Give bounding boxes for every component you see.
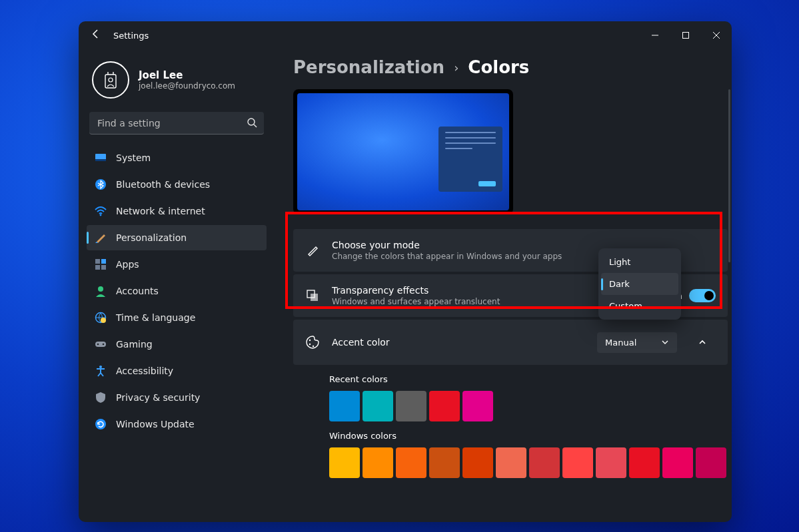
sidebar-item-label: Accessibility — [116, 366, 173, 376]
accent-color-title: Accent color — [332, 337, 390, 348]
person-icon — [95, 285, 107, 297]
windows-colors-swatches — [329, 447, 728, 478]
page-title: Colors — [468, 57, 529, 77]
color-swatch[interactable] — [596, 447, 626, 478]
color-swatch[interactable] — [429, 391, 460, 421]
sidebar-item-time[interactable]: Time & language — [87, 305, 267, 330]
gamepad-icon — [95, 338, 107, 350]
color-swatch[interactable] — [329, 447, 360, 478]
color-swatch[interactable] — [329, 391, 360, 421]
maximize-icon — [682, 31, 690, 39]
maximize-button[interactable] — [670, 21, 701, 49]
svg-rect-12 — [95, 259, 100, 264]
svg-point-5 — [109, 78, 113, 82]
sidebar-item-accessibility[interactable]: Accessibility — [87, 358, 267, 384]
color-swatch[interactable] — [562, 447, 593, 478]
titlebar: Settings — [79, 21, 732, 49]
globe-clock-icon — [95, 312, 107, 324]
color-swatch[interactable] — [496, 447, 526, 478]
color-swatch[interactable] — [396, 447, 426, 478]
theme-preview-wallpaper — [297, 93, 509, 210]
chevron-down-icon — [661, 338, 669, 346]
breadcrumb-parent[interactable]: Personalization — [293, 57, 444, 77]
sidebar-item-apps[interactable]: Apps — [87, 252, 267, 277]
minimize-button[interactable] — [640, 21, 670, 49]
profile-block[interactable]: Joel Lee joel.lee@foundryco.com — [87, 55, 267, 111]
sidebar-item-gaming[interactable]: Gaming — [87, 332, 267, 357]
sidebar-item-label: Bluetooth & devices — [116, 179, 210, 190]
svg-line-7 — [254, 125, 257, 127]
sidebar-item-bluetooth[interactable]: Bluetooth & devices — [87, 172, 267, 197]
svg-rect-19 — [95, 342, 106, 347]
svg-point-18 — [101, 318, 106, 323]
sidebar-item-label: Windows Update — [116, 419, 195, 429]
svg-point-20 — [97, 344, 99, 346]
window-controls — [640, 21, 732, 49]
mode-option-custom[interactable]: Custom — [601, 295, 678, 317]
svg-rect-25 — [311, 294, 318, 301]
chevron-up-icon — [698, 338, 707, 347]
color-swatch[interactable] — [363, 391, 393, 421]
sidebar-item-privacy[interactable]: Privacy & security — [87, 385, 267, 410]
sidebar-item-personalization[interactable]: Personalization — [87, 225, 267, 250]
sidebar-item-update[interactable]: Windows Update — [87, 411, 267, 437]
scrollbar[interactable] — [728, 89, 730, 262]
app-title: Settings — [113, 31, 149, 41]
color-swatch[interactable] — [629, 447, 660, 478]
sidebar-item-accounts[interactable]: Accounts — [87, 278, 267, 304]
windows-colors-label: Windows colors — [329, 431, 728, 441]
update-icon — [95, 418, 107, 430]
accent-color-dropdown[interactable]: Manual — [597, 332, 677, 353]
shield-icon — [95, 392, 107, 403]
sidebar: Joel Lee joel.lee@foundryco.com System B… — [79, 49, 275, 522]
chevron-right-icon: › — [454, 61, 458, 75]
paintbrush-icon — [95, 232, 107, 244]
recent-colors-label: Recent colors — [329, 374, 728, 384]
sidebar-item-label: Privacy & security — [116, 392, 200, 403]
color-swatch[interactable] — [696, 447, 726, 478]
color-swatch[interactable] — [529, 447, 560, 478]
theme-preview — [293, 89, 513, 214]
svg-point-21 — [103, 344, 105, 346]
apps-icon — [95, 258, 107, 270]
sidebar-item-network[interactable]: Network & internet — [87, 198, 267, 224]
color-swatch[interactable] — [363, 447, 393, 478]
search-input[interactable] — [89, 112, 264, 134]
svg-rect-14 — [95, 265, 100, 270]
arrow-left-icon — [91, 29, 101, 39]
sidebar-item-label: Personalization — [116, 232, 187, 243]
choose-mode-subtitle: Change the colors that appear in Windows… — [332, 252, 562, 261]
sidebar-item-label: Time & language — [116, 312, 195, 323]
svg-point-23 — [95, 419, 106, 429]
color-swatch[interactable] — [396, 391, 426, 421]
color-swatch[interactable] — [462, 391, 493, 421]
transparency-title: Transparency effects — [332, 285, 500, 296]
paintbrush-outline-icon — [305, 244, 320, 257]
sidebar-item-label: Network & internet — [116, 206, 205, 216]
display-icon — [95, 152, 107, 164]
svg-rect-9 — [95, 159, 106, 161]
sidebar-item-label: Gaming — [116, 339, 153, 350]
accent-color-expand[interactable] — [689, 329, 716, 356]
color-swatch[interactable] — [662, 447, 693, 478]
mode-option-light[interactable]: Light — [601, 251, 678, 273]
mode-dropdown-menu: Light Dark Custom — [598, 248, 681, 320]
profile-email: joel.lee@foundryco.com — [139, 81, 235, 91]
sidebar-item-label: System — [116, 152, 151, 163]
palette-icon — [305, 335, 320, 350]
back-button[interactable] — [84, 29, 108, 42]
svg-point-22 — [99, 366, 102, 368]
choose-mode-title: Choose your mode — [332, 240, 562, 250]
close-icon — [712, 31, 720, 39]
accent-color-row[interactable]: Accent color Manual — [293, 320, 728, 365]
profile-name: Joel Lee — [139, 69, 235, 81]
svg-rect-4 — [105, 75, 116, 88]
transparency-toggle[interactable] — [689, 289, 716, 302]
recent-colors-swatches — [329, 391, 728, 421]
avatar-icon — [103, 71, 119, 89]
sidebar-item-system[interactable]: System — [87, 145, 267, 170]
mode-option-dark[interactable]: Dark — [601, 273, 678, 295]
color-swatch[interactable] — [429, 447, 460, 478]
close-button[interactable] — [701, 21, 732, 49]
color-swatch[interactable] — [462, 447, 493, 478]
